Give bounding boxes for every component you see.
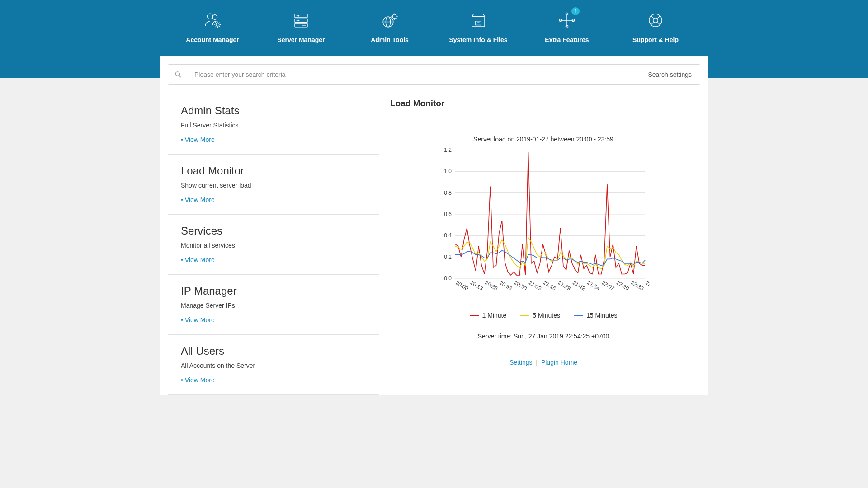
svg-line-24 <box>657 16 660 19</box>
svg-point-2 <box>216 23 219 26</box>
nav-label: Extra Features <box>523 36 611 43</box>
search-icon[interactable] <box>168 65 188 78</box>
archive-icon <box>434 10 523 31</box>
svg-line-23 <box>651 16 654 19</box>
svg-point-7 <box>298 15 299 16</box>
main-panel: Search settings Admin StatsFull Server S… <box>160 56 708 78</box>
search-settings-button[interactable]: Search settings <box>640 65 700 78</box>
nav-item-extra-features[interactable]: 1Extra Features <box>523 10 611 43</box>
svg-line-25 <box>651 22 654 25</box>
nav-label: Server Manager <box>257 36 345 43</box>
users-gear-icon <box>168 10 257 31</box>
svg-rect-15 <box>476 21 481 25</box>
search-input[interactable] <box>188 65 640 78</box>
svg-point-6 <box>297 15 297 16</box>
nav-label: System Info & Files <box>434 36 523 43</box>
nav-item-admin-tools[interactable]: Admin Tools <box>345 10 434 43</box>
server-icon <box>257 10 345 31</box>
plus-icon <box>523 10 611 31</box>
search-bar: Search settings <box>168 64 700 78</box>
svg-point-27 <box>175 72 179 76</box>
svg-point-22 <box>653 18 658 23</box>
nav-item-support-help[interactable]: Support & Help <box>611 10 700 43</box>
svg-line-26 <box>657 22 660 25</box>
nav-label: Admin Tools <box>345 36 434 43</box>
nav-label: Account Manager <box>168 36 257 43</box>
nav-label: Support & Help <box>611 36 700 43</box>
nav-item-system-info-files[interactable]: System Info & Files <box>434 10 523 43</box>
nav-item-account-manager[interactable]: Account Manager <box>168 10 257 43</box>
svg-line-28 <box>179 75 181 77</box>
globe-gear-icon <box>345 10 434 31</box>
nav-item-server-manager[interactable]: Server Manager <box>257 10 345 43</box>
svg-point-9 <box>298 20 299 21</box>
svg-point-0 <box>208 14 213 19</box>
svg-point-8 <box>297 20 297 21</box>
nav-badge: 1 <box>571 7 580 15</box>
lifebuoy-icon <box>611 10 700 31</box>
svg-point-1 <box>212 15 217 20</box>
svg-point-14 <box>392 14 396 19</box>
